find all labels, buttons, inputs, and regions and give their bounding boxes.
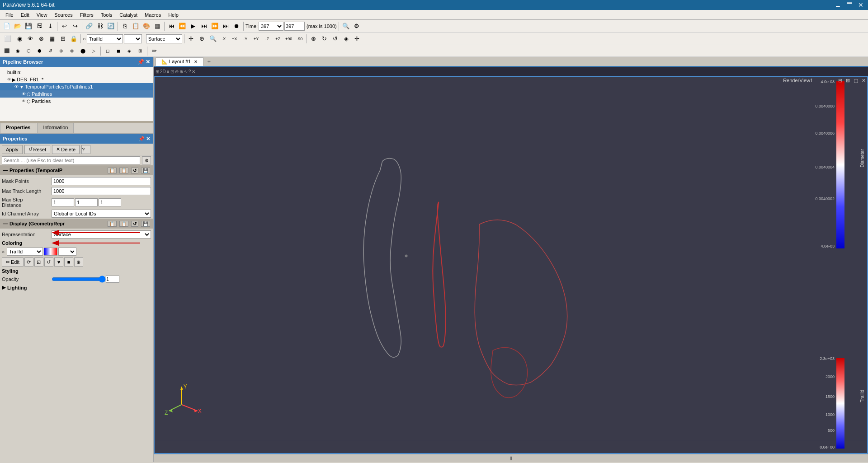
tb-interact-btn[interactable]: ⊕ bbox=[197, 34, 207, 44]
tree-item-pathlines[interactable]: 👁 ⬡ Pathlines bbox=[0, 90, 153, 98]
tb-saveas-btn[interactable]: 🖫 bbox=[34, 21, 44, 31]
tb-cursor-btn[interactable]: ✛ bbox=[352, 34, 362, 44]
tb-play-btn[interactable]: ▶ bbox=[188, 21, 198, 31]
tb-disconnect-btn[interactable]: ⛓ bbox=[95, 21, 105, 31]
rv-max-btn[interactable]: ▢ bbox=[852, 78, 859, 84]
opacity-value[interactable] bbox=[106, 276, 119, 283]
tb-orient-btn[interactable]: ⊛ bbox=[309, 34, 319, 44]
props-search-gear[interactable]: ⚙ bbox=[142, 156, 151, 164]
tb-connect-btn[interactable]: 🔗 bbox=[84, 21, 94, 31]
menu-catalyst[interactable]: Catalyst bbox=[116, 11, 141, 19]
tree-item-des[interactable]: 👁 ▶ DES_FB1_* bbox=[0, 76, 153, 83]
layout-tab[interactable]: 📐 Layout #1 ✕ bbox=[156, 57, 203, 66]
tb-group-btn[interactable]: ▦ bbox=[47, 34, 57, 44]
section-paste-btn[interactable]: 📋 bbox=[119, 168, 128, 173]
tb-select-btn[interactable]: ✛ bbox=[186, 34, 196, 44]
coloring-toggle2-btn[interactable]: ♥ bbox=[54, 257, 63, 267]
tb-playloop-btn[interactable]: ⏭ bbox=[199, 21, 209, 31]
tb-f5-btn[interactable]: ↺ bbox=[45, 46, 55, 56]
tb-f1-btn[interactable]: ⬛ bbox=[2, 46, 12, 56]
colorby-component[interactable] bbox=[124, 34, 142, 43]
display-section-header[interactable]: — Display (GeometryRepr 📋 📋 ↺ 💾 bbox=[0, 219, 153, 229]
viewport-3d[interactable]: RenderView1 ⊟ ⊠ ▢ ✕ bbox=[154, 76, 868, 454]
tree-item-temporal[interactable]: 👁 ▼ TemporalParticlesToPathlines1 bbox=[0, 83, 153, 90]
tree-item-particles[interactable]: 👁 ⬡ Particles bbox=[0, 98, 153, 105]
coloring-save-btn[interactable]: ■ bbox=[64, 257, 73, 267]
tb-copy-btn[interactable]: ⎘ bbox=[120, 21, 130, 31]
vp-icon8[interactable]: ? bbox=[189, 69, 191, 74]
tb-datasource-btn[interactable]: ◉ bbox=[14, 34, 24, 44]
tb-open-btn[interactable]: 📂 bbox=[13, 21, 23, 31]
tb-f6-btn[interactable]: ⊕ bbox=[56, 46, 66, 56]
tb-ungroup-btn[interactable]: ⊞ bbox=[58, 34, 68, 44]
pipeline-close-btn[interactable]: ✕ bbox=[146, 59, 150, 65]
tb-g3-btn[interactable]: ◈ bbox=[124, 46, 134, 56]
tb-undo-btn[interactable]: ↩ bbox=[59, 21, 69, 31]
coloring-array-select[interactable]: TrailId bbox=[7, 248, 43, 256]
mask-points-input[interactable] bbox=[52, 177, 151, 185]
coloring-options-btn[interactable]: ⊕ bbox=[74, 257, 83, 267]
menu-view[interactable]: View bbox=[33, 11, 51, 19]
tb-lock-btn[interactable]: 🔒 bbox=[69, 34, 79, 44]
vp-icon7[interactable]: ∿ bbox=[184, 69, 188, 74]
tb-rotm90-btn[interactable]: -90 bbox=[295, 34, 305, 44]
tb-zoom-btn[interactable]: 🔍 bbox=[208, 34, 218, 44]
add-tab-btn[interactable]: + bbox=[204, 57, 213, 66]
menu-edit[interactable]: Edit bbox=[17, 11, 33, 19]
vp-icon9[interactable]: ✕ bbox=[192, 69, 195, 74]
tb-first-btn[interactable]: ⏮ bbox=[166, 21, 176, 31]
tb-load-btn[interactable]: ⤓ bbox=[45, 21, 55, 31]
close-button[interactable]: ✕ bbox=[856, 1, 865, 9]
tb-f3-btn[interactable]: ⬡ bbox=[24, 46, 33, 56]
props-pin-btn[interactable]: 📌 bbox=[138, 136, 145, 142]
tb-record-btn[interactable]: ⏺ bbox=[231, 21, 241, 31]
display-copy-btn[interactable]: 📋 bbox=[108, 221, 117, 227]
coloring-component-select[interactable] bbox=[58, 248, 76, 256]
menu-sources[interactable]: Sources bbox=[51, 11, 76, 19]
tb-xplus-btn[interactable]: +X bbox=[230, 34, 240, 44]
tb-colormap-btn[interactable]: 🎨 bbox=[142, 21, 151, 31]
temporal-section-header[interactable]: — Properties (TemporalP 📋 📋 ↺ 💾 bbox=[0, 165, 153, 175]
tb-rotatemore-btn[interactable]: ↺ bbox=[330, 34, 340, 44]
menu-file[interactable]: File bbox=[2, 11, 17, 19]
rv-split-h-btn[interactable]: ⊟ bbox=[837, 78, 844, 84]
tb-eyeoff-btn[interactable]: ⊗ bbox=[36, 34, 46, 44]
tb-filter-btn[interactable]: ▦ bbox=[152, 21, 162, 31]
section-reset-btn[interactable]: ↺ bbox=[131, 168, 138, 173]
tb-eye-btn[interactable]: 👁 bbox=[25, 34, 35, 44]
menu-tools[interactable]: Tools bbox=[97, 11, 116, 19]
vp-icon3[interactable]: ≡ bbox=[167, 69, 170, 74]
props-search-input[interactable] bbox=[2, 156, 140, 164]
display-reset-btn[interactable]: ↺ bbox=[131, 221, 138, 227]
tab-properties[interactable]: Properties bbox=[0, 123, 36, 133]
tb-redo-btn[interactable]: ↪ bbox=[70, 21, 80, 31]
tb-f9-btn[interactable]: ▷ bbox=[89, 46, 99, 56]
time-select[interactable]: 397 bbox=[259, 22, 283, 31]
id-channel-select[interactable]: Global or Local IDs bbox=[52, 210, 151, 218]
time-input[interactable] bbox=[284, 22, 305, 31]
tb-refresh-btn[interactable]: 🔄 bbox=[106, 21, 116, 31]
display-save-btn[interactable]: 💾 bbox=[141, 221, 150, 227]
tb-camera-btn[interactable]: 🔍 bbox=[341, 21, 351, 31]
tb-new-btn[interactable]: 📄 bbox=[2, 21, 12, 31]
tb-paste-btn[interactable]: 📋 bbox=[131, 21, 141, 31]
coloring-toggle1-btn[interactable]: ↺ bbox=[44, 257, 53, 267]
tb-save-btn[interactable]: 💾 bbox=[24, 21, 33, 31]
vp-icon2[interactable]: 2D bbox=[160, 69, 166, 74]
vp-icon1[interactable]: ⊞ bbox=[156, 69, 159, 74]
representation-select[interactable]: Surface bbox=[146, 34, 182, 43]
tb-rotate-btn[interactable]: ↻ bbox=[320, 34, 330, 44]
menu-macros[interactable]: Macros bbox=[141, 11, 165, 19]
vp-icon4[interactable]: ⊡ bbox=[170, 69, 174, 74]
tb-pencil-btn[interactable]: ✏ bbox=[149, 46, 159, 56]
minimize-button[interactable]: 🗕 bbox=[833, 1, 843, 9]
tb-resetcam-btn[interactable]: ⬜ bbox=[2, 34, 14, 44]
opacity-slider[interactable] bbox=[52, 276, 106, 283]
tb-last-btn[interactable]: ⏭ bbox=[221, 21, 231, 31]
tb-g1-btn[interactable]: ◻ bbox=[103, 46, 113, 56]
tb-f8-btn[interactable]: ⬤ bbox=[78, 46, 88, 56]
max-step-input-y[interactable] bbox=[75, 198, 98, 206]
max-track-input[interactable] bbox=[52, 187, 151, 195]
help-button[interactable]: ? bbox=[81, 145, 90, 154]
tb-xminus-btn[interactable]: -X bbox=[219, 34, 229, 44]
